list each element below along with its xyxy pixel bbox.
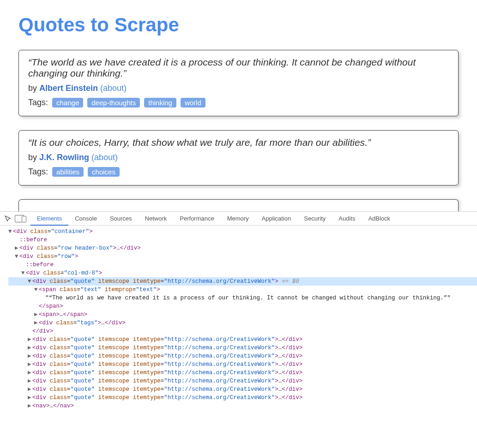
tag-pill[interactable]: thinking <box>144 98 176 108</box>
dom-tree-row[interactable]: ▶<nav>…</nav> <box>8 402 477 410</box>
about-link[interactable]: (about) <box>91 153 118 162</box>
dom-tree-row[interactable]: ::before <box>8 261 477 269</box>
dom-tree-row[interactable]: ▶<div class="quote" itemscope itemtype="… <box>8 369 477 377</box>
devtools-tab-security[interactable]: Security <box>297 212 332 225</box>
tag-pill[interactable]: deep-thoughts <box>87 98 140 108</box>
tag-pill[interactable]: choices <box>88 167 120 177</box>
devtools-panel: Elements Console Sources Network Perform… <box>0 211 477 415</box>
devtools-tab-elements[interactable]: Elements <box>30 212 68 226</box>
dom-tree-row[interactable]: ▶<div class="quote" itemscope itemtype="… <box>8 335 477 344</box>
site-title[interactable]: Quotes to Scrape <box>18 14 459 36</box>
tags-label: Tags: <box>28 167 48 176</box>
dom-tree-row[interactable]: ▶<div class="quote" itemscope itemtype="… <box>8 385 477 394</box>
by-label: by <box>28 153 37 162</box>
dom-tree-row[interactable]: ::before <box>8 236 477 244</box>
dom-tree-row[interactable]: ▶<div class="quote" itemscope itemtype="… <box>8 394 477 402</box>
quote-box-cutoff <box>18 199 459 211</box>
device-toggle-icon[interactable] <box>15 215 24 222</box>
author-link[interactable]: Albert Einstein <box>39 84 98 93</box>
dom-tree-row[interactable]: ▶<div class="quote" itemscope itemtype="… <box>8 360 477 369</box>
dom-tree-row[interactable]: </span> <box>8 302 477 311</box>
devtools-tab-adblock[interactable]: AdBlock <box>362 212 397 225</box>
quote-byline: by J.K. Rowling (about) <box>28 153 449 162</box>
devtools-tab-audits[interactable]: Audits <box>332 212 362 225</box>
dom-tree-row[interactable]: ▼<div class="quote" itemscope itemtype="… <box>8 277 477 286</box>
devtools-tab-console[interactable]: Console <box>68 212 103 225</box>
dom-tree-row[interactable]: ▼<span class="text" itemprop="text"> <box>8 286 477 294</box>
devtools-tab-performance[interactable]: Performance <box>173 212 220 225</box>
author-link[interactable]: J.K. Rowling <box>39 153 89 162</box>
dom-tree-row[interactable]: ▼<div class="container"> <box>8 227 477 236</box>
quote-text: “It is our choices, Harry, that show wha… <box>28 137 449 148</box>
quote-box: “It is our choices, Harry, that show wha… <box>18 130 459 185</box>
devtools-tab-sources[interactable]: Sources <box>103 212 139 225</box>
dom-tree-row[interactable]: ▼<div class="col-md-8"> <box>8 269 477 277</box>
devtools-tab-memory[interactable]: Memory <box>221 212 255 225</box>
inspect-icon[interactable] <box>4 215 12 223</box>
tag-pill[interactable]: abilities <box>52 167 84 177</box>
tag-pill[interactable]: world <box>181 98 205 108</box>
tags-row: Tags: abilities choices <box>28 167 449 177</box>
page-content: Quotes to Scrape “The world as we have c… <box>0 0 477 211</box>
dom-tree-row[interactable]: ▶<div class="quote" itemscope itemtype="… <box>8 344 477 352</box>
devtools-elements-tree[interactable]: ▼<div class="container">::before▶<div cl… <box>0 226 477 415</box>
about-link[interactable]: (about) <box>100 84 127 93</box>
quote-text: “The world as we have created it is a pr… <box>28 57 449 79</box>
devtools-tab-network[interactable]: Network <box>139 212 174 225</box>
tags-label: Tags: <box>28 98 48 107</box>
dom-tree-row[interactable]: ▶<span>…</span> <box>8 311 477 319</box>
quote-byline: by Albert Einstein (about) <box>28 84 449 93</box>
devtools-tab-application[interactable]: Application <box>255 212 298 225</box>
dom-tree-row[interactable]: ▼<div class="row"> <box>8 252 477 261</box>
dom-tree-row[interactable]: ▶<div class="quote" itemscope itemtype="… <box>8 377 477 385</box>
dom-tree-row[interactable]: ▶<div class="quote" itemscope itemtype="… <box>8 352 477 360</box>
dom-tree-row[interactable]: </div> <box>8 327 477 335</box>
dom-tree-row[interactable]: ▶<div class="row header-box">…</div> <box>8 244 477 252</box>
by-label: by <box>28 84 37 93</box>
dom-tree-row[interactable]: "“The world as we have created it is a p… <box>8 294 477 302</box>
quote-box: “The world as we have created it is a pr… <box>18 50 459 116</box>
tags-row: Tags: change deep-thoughts thinking worl… <box>28 98 449 108</box>
tag-pill[interactable]: change <box>52 98 83 108</box>
devtools-tabbar: Elements Console Sources Network Perform… <box>0 212 477 226</box>
dom-tree-row[interactable]: ▶<div class="tags">…</div> <box>8 319 477 327</box>
